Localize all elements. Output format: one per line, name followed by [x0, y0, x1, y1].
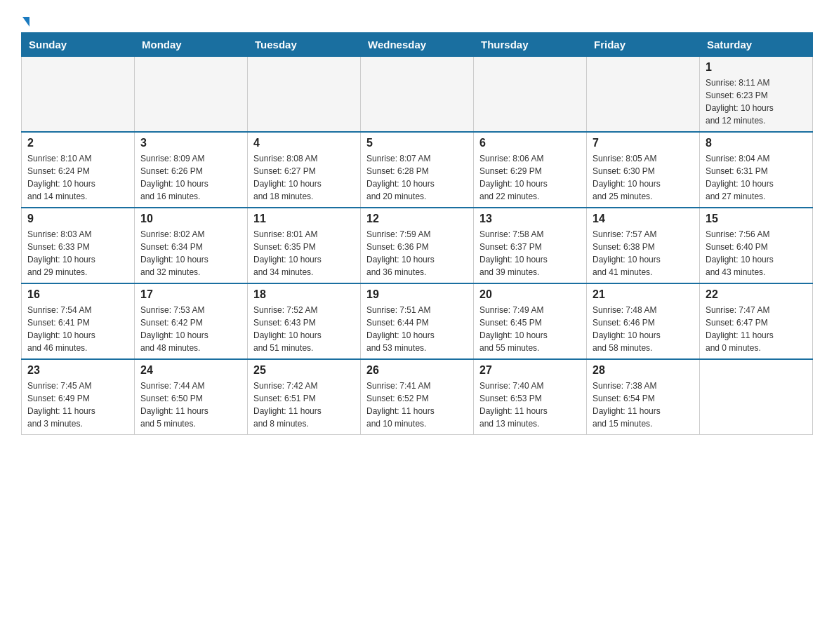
- page-header: [21, 14, 813, 25]
- day-number: 24: [140, 364, 241, 377]
- calendar-cell: 26Sunrise: 7:41 AMSunset: 6:52 PMDayligh…: [361, 359, 474, 435]
- calendar-cell: 23Sunrise: 7:45 AMSunset: 6:49 PMDayligh…: [22, 359, 135, 435]
- calendar-cell: 2Sunrise: 8:10 AMSunset: 6:24 PMDaylight…: [22, 132, 135, 208]
- day-info: Sunrise: 7:54 AMSunset: 6:41 PMDaylight:…: [27, 304, 128, 354]
- calendar-week-row: 2Sunrise: 8:10 AMSunset: 6:24 PMDaylight…: [22, 132, 813, 208]
- day-info: Sunrise: 7:47 AMSunset: 6:47 PMDaylight:…: [706, 304, 807, 354]
- calendar-cell: 9Sunrise: 8:03 AMSunset: 6:33 PMDaylight…: [22, 208, 135, 283]
- day-info: Sunrise: 7:42 AMSunset: 6:51 PMDaylight:…: [253, 380, 355, 430]
- calendar-table: SundayMondayTuesdayWednesdayThursdayFrid…: [21, 32, 813, 435]
- calendar-cell: 10Sunrise: 8:02 AMSunset: 6:34 PMDayligh…: [135, 208, 248, 283]
- day-info: Sunrise: 7:53 AMSunset: 6:42 PMDaylight:…: [140, 304, 241, 354]
- day-number: 2: [27, 137, 128, 149]
- day-number: 25: [253, 364, 355, 377]
- day-number: 9: [27, 213, 128, 225]
- day-info: Sunrise: 8:06 AMSunset: 6:29 PMDaylight:…: [479, 152, 581, 203]
- calendar-cell: [587, 57, 700, 133]
- weekday-header-wednesday: Wednesday: [361, 33, 474, 57]
- calendar-cell: 21Sunrise: 7:48 AMSunset: 6:46 PMDayligh…: [587, 283, 700, 359]
- weekday-header-sunday: Sunday: [22, 33, 135, 57]
- calendar-cell: 16Sunrise: 7:54 AMSunset: 6:41 PMDayligh…: [22, 283, 135, 359]
- day-number: 1: [706, 61, 807, 74]
- day-number: 12: [366, 213, 468, 225]
- weekday-header-friday: Friday: [587, 33, 700, 57]
- day-info: Sunrise: 8:02 AMSunset: 6:34 PMDaylight:…: [140, 228, 241, 279]
- calendar-cell: 12Sunrise: 7:59 AMSunset: 6:36 PMDayligh…: [361, 208, 474, 283]
- calendar-cell: 5Sunrise: 8:07 AMSunset: 6:28 PMDaylight…: [361, 132, 474, 208]
- day-info: Sunrise: 7:57 AMSunset: 6:38 PMDaylight:…: [593, 228, 694, 279]
- day-number: 6: [479, 137, 581, 149]
- day-number: 13: [479, 213, 581, 225]
- calendar-cell: 22Sunrise: 7:47 AMSunset: 6:47 PMDayligh…: [700, 283, 813, 359]
- day-info: Sunrise: 7:49 AMSunset: 6:45 PMDaylight:…: [479, 304, 581, 354]
- day-number: 23: [27, 364, 128, 377]
- logo: [21, 14, 29, 25]
- day-info: Sunrise: 8:05 AMSunset: 6:30 PMDaylight:…: [593, 152, 694, 203]
- day-number: 5: [366, 137, 468, 149]
- day-info: Sunrise: 8:09 AMSunset: 6:26 PMDaylight:…: [140, 152, 241, 203]
- day-info: Sunrise: 8:01 AMSunset: 6:35 PMDaylight:…: [253, 228, 355, 279]
- day-number: 21: [593, 288, 694, 301]
- day-number: 7: [593, 137, 694, 149]
- weekday-header-row: SundayMondayTuesdayWednesdayThursdayFrid…: [22, 33, 813, 57]
- day-info: Sunrise: 8:07 AMSunset: 6:28 PMDaylight:…: [366, 152, 468, 203]
- day-number: 15: [706, 213, 807, 225]
- day-number: 19: [366, 288, 468, 301]
- calendar-cell: 3Sunrise: 8:09 AMSunset: 6:26 PMDaylight…: [135, 132, 248, 208]
- weekday-header-tuesday: Tuesday: [248, 33, 361, 57]
- day-info: Sunrise: 7:58 AMSunset: 6:37 PMDaylight:…: [479, 228, 581, 279]
- calendar-cell: 18Sunrise: 7:52 AMSunset: 6:43 PMDayligh…: [248, 283, 361, 359]
- day-number: 8: [706, 137, 807, 149]
- calendar-week-row: 16Sunrise: 7:54 AMSunset: 6:41 PMDayligh…: [22, 283, 813, 359]
- calendar-cell: 7Sunrise: 8:05 AMSunset: 6:30 PMDaylight…: [587, 132, 700, 208]
- day-number: 10: [140, 213, 241, 225]
- calendar-cell: [700, 359, 813, 435]
- day-number: 27: [479, 364, 581, 377]
- weekday-header-thursday: Thursday: [474, 33, 587, 57]
- day-number: 28: [593, 364, 694, 377]
- calendar-cell: [474, 57, 587, 133]
- day-number: 14: [593, 213, 694, 225]
- calendar-cell: 28Sunrise: 7:38 AMSunset: 6:54 PMDayligh…: [587, 359, 700, 435]
- day-info: Sunrise: 7:40 AMSunset: 6:53 PMDaylight:…: [479, 380, 581, 430]
- calendar-week-row: 9Sunrise: 8:03 AMSunset: 6:33 PMDaylight…: [22, 208, 813, 283]
- day-number: 16: [27, 288, 128, 301]
- weekday-header-monday: Monday: [135, 33, 248, 57]
- calendar-cell: 15Sunrise: 7:56 AMSunset: 6:40 PMDayligh…: [700, 208, 813, 283]
- calendar-cell: 24Sunrise: 7:44 AMSunset: 6:50 PMDayligh…: [135, 359, 248, 435]
- calendar-cell: 8Sunrise: 8:04 AMSunset: 6:31 PMDaylight…: [700, 132, 813, 208]
- day-info: Sunrise: 8:03 AMSunset: 6:33 PMDaylight:…: [27, 228, 128, 279]
- calendar-cell: [135, 57, 248, 133]
- day-number: 22: [706, 288, 807, 301]
- calendar-cell: 14Sunrise: 7:57 AMSunset: 6:38 PMDayligh…: [587, 208, 700, 283]
- calendar-cell: 13Sunrise: 7:58 AMSunset: 6:37 PMDayligh…: [474, 208, 587, 283]
- day-info: Sunrise: 8:04 AMSunset: 6:31 PMDaylight:…: [706, 152, 807, 203]
- calendar-cell: 6Sunrise: 8:06 AMSunset: 6:29 PMDaylight…: [474, 132, 587, 208]
- day-number: 11: [253, 213, 355, 225]
- calendar-cell: [361, 57, 474, 133]
- calendar-cell: 25Sunrise: 7:42 AMSunset: 6:51 PMDayligh…: [248, 359, 361, 435]
- day-info: Sunrise: 7:44 AMSunset: 6:50 PMDaylight:…: [140, 380, 241, 430]
- weekday-header-saturday: Saturday: [700, 33, 813, 57]
- day-info: Sunrise: 7:38 AMSunset: 6:54 PMDaylight:…: [593, 380, 694, 430]
- calendar-cell: 1Sunrise: 8:11 AMSunset: 6:23 PMDaylight…: [700, 57, 813, 133]
- logo-arrow-icon: [22, 17, 29, 27]
- day-number: 17: [140, 288, 241, 301]
- day-info: Sunrise: 7:51 AMSunset: 6:44 PMDaylight:…: [366, 304, 468, 354]
- calendar-week-row: 1Sunrise: 8:11 AMSunset: 6:23 PMDaylight…: [22, 57, 813, 133]
- day-info: Sunrise: 7:48 AMSunset: 6:46 PMDaylight:…: [593, 304, 694, 354]
- day-number: 26: [366, 364, 468, 377]
- calendar-cell: [248, 57, 361, 133]
- calendar-cell: 4Sunrise: 8:08 AMSunset: 6:27 PMDaylight…: [248, 132, 361, 208]
- day-info: Sunrise: 7:59 AMSunset: 6:36 PMDaylight:…: [366, 228, 468, 279]
- calendar-cell: 17Sunrise: 7:53 AMSunset: 6:42 PMDayligh…: [135, 283, 248, 359]
- day-info: Sunrise: 8:10 AMSunset: 6:24 PMDaylight:…: [27, 152, 128, 203]
- day-number: 18: [253, 288, 355, 301]
- calendar-cell: [22, 57, 135, 133]
- day-info: Sunrise: 7:56 AMSunset: 6:40 PMDaylight:…: [706, 228, 807, 279]
- day-info: Sunrise: 7:41 AMSunset: 6:52 PMDaylight:…: [366, 380, 468, 430]
- calendar-cell: 20Sunrise: 7:49 AMSunset: 6:45 PMDayligh…: [474, 283, 587, 359]
- day-info: Sunrise: 7:52 AMSunset: 6:43 PMDaylight:…: [253, 304, 355, 354]
- day-number: 20: [479, 288, 581, 301]
- day-info: Sunrise: 8:08 AMSunset: 6:27 PMDaylight:…: [253, 152, 355, 203]
